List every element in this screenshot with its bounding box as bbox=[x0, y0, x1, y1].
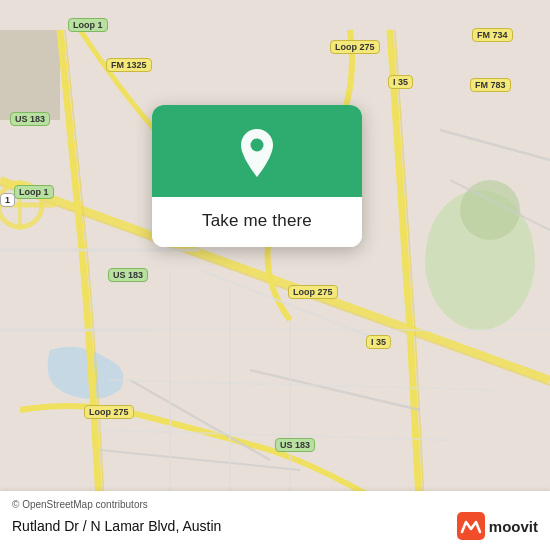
road-label-loop275-bot: Loop 275 bbox=[84, 405, 134, 419]
card-button-area: Take me there bbox=[152, 197, 362, 247]
road-label-us183-mid: US 183 bbox=[108, 268, 148, 282]
bottom-bar: © OpenStreetMap contributors Rutland Dr … bbox=[0, 491, 550, 550]
road-label-loop275-mid: Loop 275 bbox=[288, 285, 338, 299]
road-label-loop1-top: Loop 1 bbox=[68, 18, 108, 32]
svg-point-25 bbox=[251, 139, 264, 152]
road-label-i35-mid: I 35 bbox=[366, 335, 391, 349]
road-label-fm1325: FM 1325 bbox=[106, 58, 152, 72]
moovit-text: moovit bbox=[489, 518, 538, 535]
road-label-us183-bot: US 183 bbox=[275, 438, 315, 452]
location-pin-icon bbox=[235, 127, 279, 179]
road-label-i35-top: I 35 bbox=[388, 75, 413, 89]
road-label-us183-left: US 183 bbox=[10, 112, 50, 126]
card-header bbox=[152, 105, 362, 197]
svg-rect-3 bbox=[0, 30, 60, 120]
road-label-1-left: 1 bbox=[0, 193, 15, 207]
moovit-logo: moovit bbox=[457, 512, 538, 540]
osm-attribution: © OpenStreetMap contributors bbox=[12, 499, 538, 510]
road-label-fm783: FM 783 bbox=[470, 78, 511, 92]
svg-rect-26 bbox=[457, 512, 485, 540]
location-label-row: Rutland Dr / N Lamar Blvd, Austin moovit bbox=[12, 512, 538, 540]
road-label-fm734: FM 734 bbox=[472, 28, 513, 42]
road-label-loop1-mid: Loop 1 bbox=[14, 185, 54, 199]
map-background bbox=[0, 0, 550, 550]
road-label-loop275-top: Loop 275 bbox=[330, 40, 380, 54]
location-card: Take me there bbox=[152, 105, 362, 247]
location-label: Rutland Dr / N Lamar Blvd, Austin bbox=[12, 518, 221, 534]
take-me-there-button[interactable]: Take me there bbox=[202, 211, 312, 231]
map-container: Loop 1 FM 1325 US 183 Loop 1 US 183 Loop… bbox=[0, 0, 550, 550]
moovit-icon bbox=[457, 512, 485, 540]
